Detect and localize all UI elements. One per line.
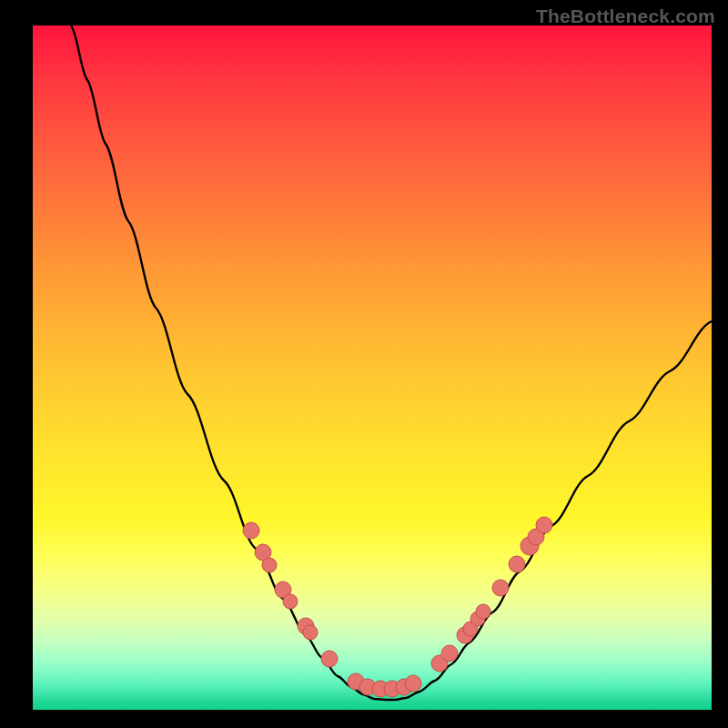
chart-frame: TheBottleneck.com [0,0,728,728]
data-marker [243,522,259,539]
chart-svg [33,25,712,710]
data-marker [536,517,552,533]
data-marker [321,651,338,667]
bottleneck-curve [71,25,712,700]
data-marker [476,604,490,619]
watermark-text: TheBottleneck.com [536,5,715,27]
data-marker [441,645,458,662]
chart-plot-area [33,25,712,710]
data-marker [262,558,277,572]
data-marker [303,625,318,640]
data-marker [405,675,421,692]
data-markers [243,517,552,697]
data-marker [492,580,509,596]
data-marker [509,556,525,572]
data-marker [283,594,298,609]
